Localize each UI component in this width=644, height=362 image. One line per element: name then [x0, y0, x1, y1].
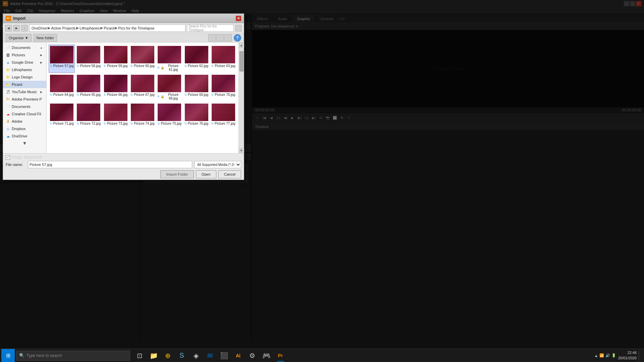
outlook-icon: ✉ — [207, 352, 213, 360]
sync-icon-62: ↻ — [184, 64, 187, 68]
start-button[interactable]: ⊞ — [1, 349, 15, 362]
sidebar-item-picard[interactable]: 📁 Picard — [3, 81, 46, 88]
chrome-icon: ⊕ — [165, 352, 171, 360]
file-item-77[interactable]: ↻ Picture 77.jpg — [210, 102, 236, 127]
taskbar-search[interactable]: 🔍 Type here to search — [16, 351, 130, 361]
sidebar-item-onedrive[interactable]: ☁ OneDrive — [3, 132, 46, 140]
sidebar-item-google-drive[interactable]: ▲ Google Drive ▶ — [3, 59, 46, 66]
file-label-62: ↻ Picture 62.jpg — [184, 64, 208, 68]
open-button[interactable]: Open — [196, 170, 216, 178]
up-button[interactable]: ↑ — [21, 25, 28, 32]
taskbar-app-minecraft[interactable]: ⬛ — [217, 349, 231, 362]
file-item-75[interactable]: ↻ Picture 75.jpg — [156, 102, 182, 127]
scrollbar-down-button[interactable]: ▼ — [239, 148, 244, 153]
file-item-76[interactable]: ↻ Picture 76.jpg — [183, 102, 209, 127]
sidebar-item-documents-2[interactable]: 📄 Documents — [3, 103, 46, 110]
taskbar-app-chrome[interactable]: ⊕ — [161, 349, 174, 362]
back-button[interactable]: ◀ — [5, 25, 12, 32]
breadcrumb-part-4[interactable]: Picard — [104, 26, 114, 30]
taskbar-app-premiere[interactable]: Pr — [274, 349, 287, 362]
help-button[interactable]: ? — [234, 34, 241, 42]
tray-arrow-icon[interactable]: ▲ — [594, 354, 598, 358]
lithophanes-icon: 📁 — [6, 67, 10, 72]
taskbar-app-file-explorer[interactable]: 📁 — [147, 349, 160, 362]
cancel-button[interactable]: Cancel — [218, 170, 241, 178]
pictures-icon: 🖼 — [6, 53, 10, 57]
file-item-72[interactable]: ↻ Picture 72.jpg — [75, 102, 102, 127]
file-item-59[interactable]: ↻ Picture 59.jpg — [103, 45, 129, 73]
view-grid-button[interactable]: ⊞ — [224, 34, 232, 42]
sidebar-label-creative-cloud: Creative Cloud Fil — [12, 112, 41, 116]
scrollbar-up-button[interactable]: ▲ — [239, 43, 244, 48]
sidebar-item-dropbox[interactable]: ◇ Dropbox — [3, 125, 46, 132]
sidebar-item-creative-cloud[interactable]: ☁ Creative Cloud Fil — [3, 110, 46, 118]
sidebar-item-adobe[interactable]: A Adobe — [3, 118, 46, 125]
file-label-61: ↻ 🔒 Picture 61.jpg — [157, 64, 181, 71]
show-desktop-button[interactable] — [639, 351, 640, 360]
sidebar-label-adobe: Adobe — [12, 119, 22, 123]
file-thumb-60 — [131, 46, 154, 63]
file-name-input[interactable] — [28, 161, 192, 168]
file-item-63[interactable]: ↻ Picture 63.jpg — [210, 45, 236, 73]
taskbar-app-task-view[interactable]: ⊡ — [133, 349, 146, 362]
taskbar-app-steam[interactable]: S — [175, 349, 189, 362]
image-sequence-checkbox[interactable]: ✓ — [6, 155, 10, 160]
sync-icon-61: ↻ — [157, 66, 160, 69]
sidebar-item-pictures[interactable]: 🖼 Pictures ▶ — [3, 51, 46, 59]
breadcrumb-part-3[interactable]: Lithophanes — [79, 26, 100, 30]
import-folder-button[interactable]: Import Folder — [160, 170, 194, 178]
file-item-74[interactable]: ↻ Picture 74.jpg — [129, 102, 156, 127]
file-thumb-59 — [104, 46, 127, 63]
file-item-62[interactable]: ↻ Picture 62.jpg — [183, 45, 209, 73]
file-thumb-67 — [131, 75, 154, 92]
premiere-icon: Pr — [278, 353, 283, 358]
sidebar-item-youtube-music[interactable]: 🎵 YouTube Music ▶ — [3, 88, 46, 96]
view-dropdown-button[interactable]: ▼ — [216, 34, 224, 42]
sidebar-item-documents[interactable]: 📄 Documents ▲ — [3, 44, 46, 51]
refresh-button[interactable]: ↻ — [235, 25, 242, 32]
file-item-68[interactable]: ↻ 🔒 Picture 68.jpg — [156, 73, 182, 102]
forward-button[interactable]: ▶ — [13, 25, 20, 32]
dialog-scrollbar[interactable]: ▲ ▼ — [238, 43, 244, 153]
search-box[interactable]: Search Pics for the Timelapse — [187, 24, 234, 32]
file-item-57[interactable]: ↻ Picture 57.jpg — [49, 45, 75, 73]
dialog-overlay: Pr Import ✕ ◀ ▶ ↑ OneDrive ▶ Active Proj… — [0, 0, 644, 362]
taskbar-app-outlook[interactable]: ✉ — [203, 349, 217, 362]
file-item-61[interactable]: ↻ 🔒 Picture 61.jpg — [156, 45, 182, 73]
onedrive-icon: ☁ — [6, 134, 10, 138]
file-type-select[interactable]: All Supported Media (*.264;*.3G — [194, 161, 241, 168]
taskbar-app-epic[interactable]: ◈ — [189, 349, 203, 362]
scrollbar-thumb[interactable] — [239, 51, 244, 71]
file-item-66[interactable]: ↻ Picture 66.jpg — [103, 73, 129, 102]
sidebar-item-lithophanes[interactable]: 📁 Lithophanes — [3, 66, 46, 73]
file-item-67[interactable]: ↻ Picture 67.jpg — [129, 73, 156, 102]
taskbar-app-gamepad[interactable]: 🎮 — [260, 349, 273, 362]
file-item-73[interactable]: ↻ Picture 73.jpg — [103, 102, 129, 127]
breadcrumb-part-1[interactable]: OneDrive — [32, 26, 47, 30]
sidebar-label-adobe-premiere: Adobe Premiere P — [12, 97, 42, 101]
file-item-69[interactable]: ↻ Picture 69.jpg — [183, 73, 209, 102]
file-item-64[interactable]: ↻ Picture 64.jpg — [49, 73, 75, 102]
organise-button[interactable]: Organise ▼ — [6, 34, 32, 42]
time-display[interactable]: 22:46 20/01/2020 — [618, 350, 637, 361]
creative-cloud-icon: ☁ — [6, 112, 10, 116]
dialog-close-button[interactable]: ✕ — [236, 16, 241, 21]
new-folder-button[interactable]: New folder — [34, 34, 57, 42]
taskbar-app-app10[interactable]: ⚙ — [246, 349, 259, 362]
file-item-60[interactable]: ↻ Picture 60.jpg — [129, 45, 156, 73]
file-name-row: File name: All Supported Media (*.264;*.… — [6, 161, 241, 168]
breadcrumb-part-5[interactable]: Pics for the Timelapse — [118, 26, 154, 30]
file-item-71[interactable]: ↻ Picture 71.jpg — [49, 102, 75, 127]
breadcrumb-path: OneDrive ▶ Active Projects ▶ Lithophanes… — [29, 24, 185, 32]
file-item-70[interactable]: ↻ Picture 70.jpg — [210, 73, 236, 102]
dialog-files-area: ↻ Picture 57.jpg ↻ Picture 58.jpg — [47, 43, 238, 153]
dialog-sidebar: 📄 Documents ▲ 🖼 Pictures ▶ ▲ Googl — [3, 43, 47, 153]
view-details-button[interactable]: ☰ — [208, 34, 216, 42]
sidebar-item-logo-design[interactable]: 📁 Logo Design — [3, 73, 46, 81]
file-item-65[interactable]: ↻ Picture 65.jpg — [75, 73, 102, 102]
sidebar-item-adobe-premiere[interactable]: Pr Adobe Premiere P — [3, 96, 46, 103]
breadcrumb-part-2[interactable]: Active Projects — [51, 26, 75, 30]
sidebar-scroll-down[interactable]: ▼ — [22, 140, 27, 146]
taskbar-app-illustrator[interactable]: Ai — [231, 349, 245, 362]
file-item-58[interactable]: ↻ Picture 58.jpg — [75, 45, 102, 73]
